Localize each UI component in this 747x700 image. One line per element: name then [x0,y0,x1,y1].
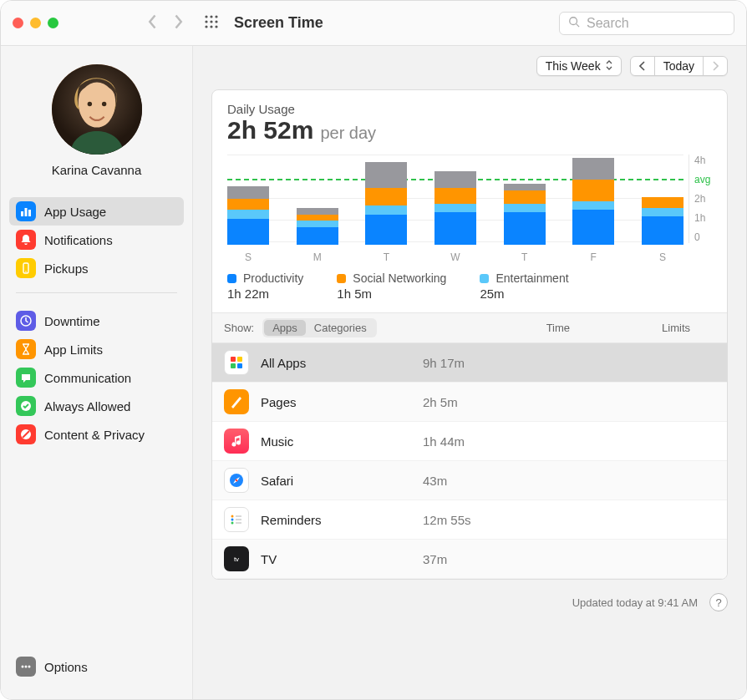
main-header: This Week Today [193,46,746,81]
svg-line-10 [577,23,580,27]
sidebar-item-app-usage[interactable]: App Usage [9,197,184,226]
nav-arrows [147,13,184,33]
help-button[interactable]: ? [709,593,728,611]
show-label: Show: [224,322,254,334]
svg-point-3 [205,20,207,23]
chat-bubble-icon [16,368,36,388]
app-row[interactable]: Reminders12m 55s [212,500,727,540]
legend-productivity: Productivity 1h 22m [227,271,303,301]
toggle-apps[interactable]: Apps [264,320,306,336]
checkmark-shield-icon [16,396,36,416]
sidebar: Karina Cavanna App Usage Notifications P… [1,46,193,699]
sidebar-item-content-privacy[interactable]: Content & Privacy [9,420,184,449]
bar-f [572,155,614,245]
search-field[interactable]: Search [559,12,734,35]
panel-average: 2h 52m per day [227,116,712,145]
svg-point-0 [205,15,207,18]
close-button[interactable] [13,18,23,28]
main-content: This Week Today Daily Usage 2h 52m per d… [193,46,746,699]
sidebar-item-label: App Limits [44,342,103,357]
app-icon [224,429,249,454]
clock-icon [16,311,36,331]
user-name: Karina Cavanna [1,163,192,177]
svg-point-25 [22,666,24,668]
bar-s [642,155,683,245]
bar-w [434,155,476,245]
app-row[interactable]: All Apps9h 17m [212,343,727,383]
svg-rect-15 [21,211,23,216]
svg-point-7 [210,25,212,28]
svg-rect-29 [237,357,242,362]
app-time-label: 37m [423,552,523,566]
bar-m [297,155,338,245]
svg-text:tv: tv [234,555,239,563]
sidebar-item-downtime[interactable]: Downtime [9,307,184,335]
app-icon [224,507,249,532]
y-axis: 4h avg 2h 1h 0 [689,155,719,243]
timeframe-select[interactable]: This Week [536,56,622,76]
today-button[interactable]: Today [655,57,704,75]
svg-point-5 [215,20,217,23]
svg-point-4 [210,20,212,23]
app-row[interactable]: Safari43m [212,461,727,500]
app-name-label: Pages [261,395,411,409]
bell-icon [16,230,36,250]
toggle-categories[interactable]: Categories [306,320,375,336]
avg-suffix: per day [320,124,376,143]
next-button[interactable] [704,57,727,75]
swatch-icon [480,274,489,283]
avg-value: 2h 52m [227,116,313,145]
usage-chart: SMTWTFS 4h avg 2h 1h 0 [212,150,727,266]
svg-point-27 [28,666,31,668]
search-placeholder: Search [587,16,629,31]
sidebar-item-options[interactable]: Options [9,652,184,681]
user-avatar[interactable] [52,64,142,155]
minimize-button[interactable] [30,18,41,28]
svg-rect-31 [237,363,242,368]
forward-button[interactable] [172,13,184,33]
sidebar-item-label: Options [44,660,88,674]
app-time-label: 1h 44m [423,434,523,449]
svg-point-19 [25,271,27,272]
prev-button[interactable] [631,57,655,75]
sidebar-item-label: Downtime [44,314,100,328]
app-name-label: Music [261,434,411,449]
app-time-label: 9h 17m [423,356,523,370]
grid-icon[interactable] [204,14,219,33]
app-time-label: 2h 5m [423,395,523,409]
swatch-icon [337,274,346,283]
sidebar-divider [16,292,177,293]
sidebar-item-always-allowed[interactable]: Always Allowed [9,392,184,420]
sidebar-item-app-limits[interactable]: App Limits [9,335,184,363]
chart-legend: Productivity 1h 22m Social Networking 1h… [212,266,727,313]
svg-rect-16 [25,208,28,216]
svg-point-13 [87,102,91,106]
app-row[interactable]: tvTV37m [212,540,727,579]
app-icon: tv [224,546,249,571]
no-entry-icon [16,424,36,444]
search-icon [568,16,587,31]
app-row[interactable]: Pages2h 5m [212,383,727,422]
sidebar-item-pickups[interactable]: Pickups [9,254,184,282]
col-time: Time [546,322,570,334]
titlebar: Screen Time Search [1,1,746,46]
app-name-label: All Apps [261,356,411,370]
fullscreen-button[interactable] [48,18,58,28]
up-down-chevron-icon [606,59,612,73]
svg-point-35 [231,522,234,525]
app-time-label: 12m 55s [423,513,523,527]
ellipsis-icon [16,657,36,677]
svg-point-34 [231,519,234,521]
sidebar-item-notifications[interactable]: Notifications [9,226,184,254]
legend-entertainment: Entertainment 25m [480,271,568,301]
back-button[interactable] [147,13,159,33]
sidebar-item-communication[interactable]: Communication [9,363,184,392]
app-name-label: TV [261,552,411,566]
app-list: All Apps9h 17mPages2h 5mMusic1h 44mSafar… [212,343,727,579]
app-row[interactable]: Music1h 44m [212,422,727,461]
col-limits: Limits [662,322,690,334]
bar-t [365,155,407,245]
panel-title: Daily Usage [227,102,712,116]
status-bar: Updated today at 9:41 AM ? [193,580,746,625]
updated-label: Updated today at 9:41 AM [572,596,698,609]
